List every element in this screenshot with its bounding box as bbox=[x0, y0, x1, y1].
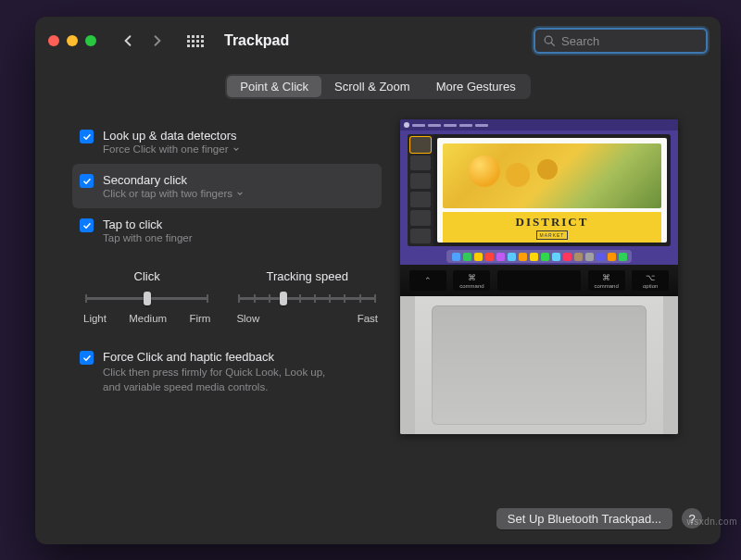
option-title: Look up & data detectors bbox=[103, 129, 240, 143]
slider-click: Click Light Medium Firm bbox=[83, 269, 210, 324]
preferences-window: Trackpad Point & Click Scroll & Zoom Mor… bbox=[35, 17, 721, 544]
checkbox-secondary-click[interactable] bbox=[80, 174, 94, 188]
chevron-down-icon bbox=[232, 145, 240, 153]
option-tap-to-click[interactable]: Tap to click Tap with one finger bbox=[80, 208, 382, 253]
slider-thumb[interactable] bbox=[280, 292, 287, 305]
minimize-button[interactable] bbox=[67, 35, 78, 46]
preview-screen: DISTRICT MARKET · bbox=[400, 119, 678, 265]
slider-tracking-track[interactable] bbox=[236, 289, 378, 307]
close-button[interactable] bbox=[48, 35, 59, 46]
slider-label: Click bbox=[134, 269, 160, 283]
bluetooth-trackpad-button[interactable]: Set Up Bluetooth Trackpad... bbox=[496, 508, 672, 529]
option-title: Force Click and haptic feedback bbox=[103, 350, 344, 364]
preview-headline: DISTRICT bbox=[516, 215, 589, 230]
checkbox-tap-to-click[interactable] bbox=[80, 218, 94, 232]
option-subtitle: Tap with one finger bbox=[103, 232, 193, 243]
show-all-button[interactable] bbox=[183, 29, 207, 53]
tab-more-gestures[interactable]: More Gestures bbox=[423, 76, 529, 97]
checkbox-look-up[interactable] bbox=[80, 130, 94, 143]
forward-button[interactable] bbox=[146, 30, 169, 52]
option-secondary-click[interactable]: Secondary click Click or tap with two fi… bbox=[72, 164, 382, 208]
preview-trackpad-surface bbox=[400, 296, 678, 434]
preview-subhead: MARKET bbox=[536, 230, 569, 240]
search-icon bbox=[543, 34, 556, 47]
search-field[interactable] bbox=[534, 28, 708, 54]
slider-click-track[interactable] bbox=[83, 289, 210, 307]
window-title: Trackpad bbox=[224, 32, 289, 49]
gesture-preview: DISTRICT MARKET · ⌃⌘command⌘command⌥opti… bbox=[400, 119, 678, 434]
option-description: Click then press firmly for Quick Look, … bbox=[103, 366, 344, 394]
preview-keyboard: ⌃⌘command⌘command⌥option bbox=[400, 265, 678, 296]
search-input[interactable] bbox=[561, 34, 717, 48]
tab-bar: Point & Click Scroll & Zoom More Gesture… bbox=[35, 74, 721, 99]
titlebar: Trackpad bbox=[35, 17, 721, 65]
option-subtitle-dropdown[interactable]: Click or tap with two fingers bbox=[103, 188, 244, 199]
slider-tracking-speed: Tracking speed Slow Fast bbox=[236, 269, 378, 324]
option-force-click[interactable]: Force Click and haptic feedback Click th… bbox=[80, 350, 382, 394]
back-button[interactable] bbox=[117, 30, 139, 52]
options-panel: Look up & data detectors Force Click wit… bbox=[80, 119, 382, 492]
svg-line-1 bbox=[551, 43, 554, 45]
option-title: Secondary click bbox=[103, 173, 244, 187]
chevron-down-icon bbox=[236, 190, 244, 197]
tab-point-click[interactable]: Point & Click bbox=[227, 76, 321, 97]
tab-scroll-zoom[interactable]: Scroll & Zoom bbox=[321, 76, 423, 97]
option-look-up[interactable]: Look up & data detectors Force Click wit… bbox=[80, 119, 382, 164]
slider-thumb[interactable] bbox=[144, 292, 151, 305]
preview-dock bbox=[446, 250, 632, 263]
slider-label: Tracking speed bbox=[266, 269, 347, 283]
window-controls bbox=[48, 35, 96, 46]
footer: Set Up Bluetooth Trackpad... ? bbox=[35, 492, 721, 544]
checkbox-force-click[interactable] bbox=[80, 351, 94, 365]
zoom-button[interactable] bbox=[85, 35, 96, 46]
option-title: Tap to click bbox=[103, 218, 193, 231]
watermark: wsxdn.com bbox=[686, 516, 737, 527]
option-subtitle-dropdown[interactable]: Force Click with one finger bbox=[103, 143, 240, 155]
